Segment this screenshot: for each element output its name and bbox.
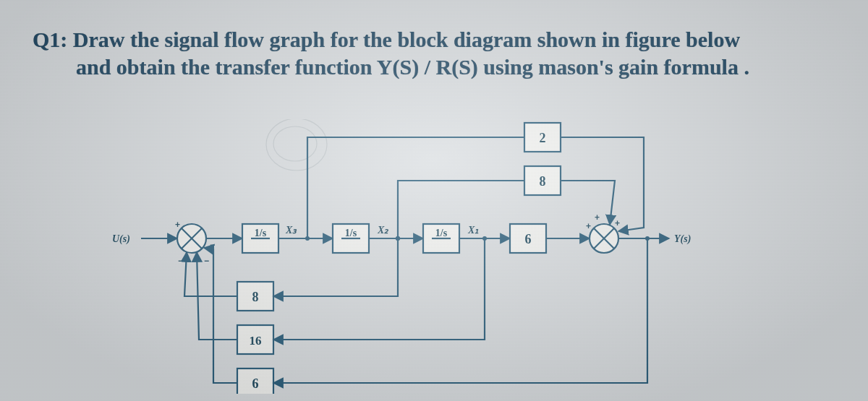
svg-text:1/s: 1/s <box>255 228 267 238</box>
x2-label: X₂ <box>377 225 389 236</box>
svg-text:+: + <box>175 220 180 230</box>
x3-label: X₃ <box>285 225 297 236</box>
x1-label: X₁ <box>467 225 479 236</box>
svg-text:2: 2 <box>540 131 546 145</box>
output-label: Y(s) <box>674 233 691 245</box>
question-line1: Q1: Draw the signal flow graph for the b… <box>33 27 740 51</box>
question-text: Q1: Draw the signal flow graph for the b… <box>33 26 828 80</box>
svg-text:16: 16 <box>250 334 262 348</box>
block-diagram: U(s) + − − − 1/s X₃ 1/s X₂ 1/s X₁ 6 + + … <box>109 119 723 394</box>
svg-text:1/s: 1/s <box>345 228 357 238</box>
svg-text:8: 8 <box>540 174 546 189</box>
svg-text:+: + <box>595 212 600 223</box>
svg-text:1/s: 1/s <box>435 228 448 238</box>
svg-text:−: − <box>204 256 209 266</box>
svg-point-0 <box>266 119 327 171</box>
svg-text:−: − <box>178 256 183 266</box>
svg-point-1 <box>273 126 317 161</box>
question-line2: and obtain the transfer function Y(S) / … <box>76 53 828 81</box>
svg-text:8: 8 <box>252 290 259 304</box>
svg-text:+: + <box>586 221 591 231</box>
svg-text:6: 6 <box>252 376 259 391</box>
svg-text:6: 6 <box>525 232 532 246</box>
svg-text:+: + <box>615 218 620 228</box>
input-label: U(s) <box>112 233 130 245</box>
